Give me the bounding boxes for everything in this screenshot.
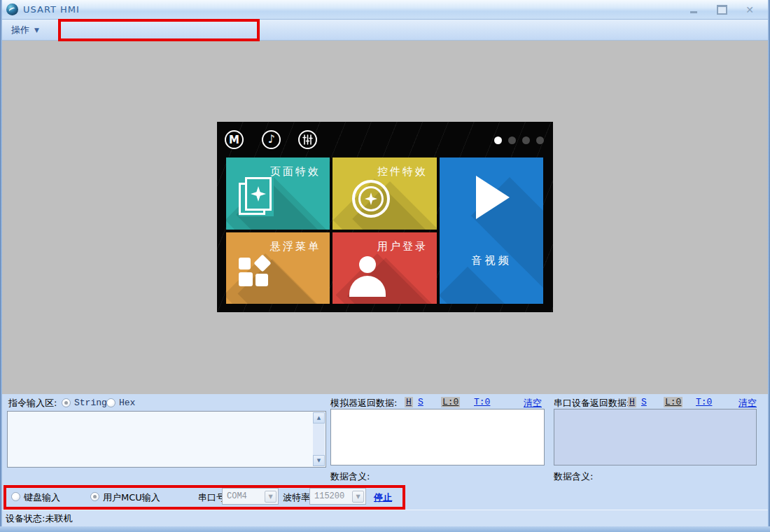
scroll-up-icon[interactable]: ▲: [313, 412, 325, 424]
baud-rate-value: 115200: [310, 491, 352, 501]
tile-label: 页面特效: [270, 165, 321, 178]
window-frame: [0, 0, 2, 532]
tile-float-menu[interactable]: 悬浮菜单: [226, 232, 330, 304]
window-frame: [0, 526, 770, 532]
operation-menu-label: 操作: [11, 24, 29, 36]
serial-link-time[interactable]: T:0: [696, 397, 712, 407]
sim-link-length[interactable]: L:0: [441, 397, 460, 407]
sim-clear-link[interactable]: 清空: [524, 397, 542, 410]
maximize-icon[interactable]: [713, 4, 731, 15]
play-icon: [476, 176, 510, 219]
device-status-text: 设备状态:未联机: [6, 512, 72, 525]
title-bar: USART HMI ✕: [0, 0, 770, 20]
radio-string-label[interactable]: String: [74, 398, 107, 408]
simulator-return-label: 模拟器返回数据:: [330, 397, 397, 410]
radio-hex-label[interactable]: Hex: [119, 398, 135, 408]
radio-keyboard-input[interactable]: [11, 492, 20, 501]
minimize-icon[interactable]: [685, 4, 703, 15]
scrollbar[interactable]: ▲ ▼: [313, 412, 325, 466]
tile-label: 音视频: [440, 254, 543, 267]
app-window: USART HMI ✕ 操作 ▼ 指令发送到: 当前模拟器 ▼ [背光:100 …: [0, 0, 770, 532]
note-glyph: ♪: [267, 132, 274, 146]
serial-meaning-label: 数据含义:: [554, 470, 593, 483]
command-input-textarea[interactable]: ▲ ▼: [7, 411, 326, 468]
radio-mcu-input[interactable]: [90, 492, 99, 501]
simulator-return-textarea[interactable]: [330, 409, 545, 465]
serial-return-label: 串口设备返回数据:: [554, 397, 629, 410]
tiles-grid-icon: [239, 258, 274, 293]
com-port-value: COM4: [223, 491, 265, 501]
window-controls: ✕: [685, 4, 770, 15]
page-dot[interactable]: [536, 136, 544, 144]
input-area-label: 指令输入区:: [8, 397, 57, 410]
serial-return-textarea[interactable]: [554, 409, 757, 465]
chevron-down-icon: ▼: [265, 491, 276, 503]
window-title: USART HMI: [23, 4, 80, 15]
equalizer-icon[interactable]: [298, 130, 317, 149]
monogram-letter: M: [229, 134, 239, 146]
chevron-down-icon: ▼: [34, 27, 39, 34]
baud-rate-label: 波特率: [283, 491, 310, 504]
stop-link[interactable]: 停止: [374, 491, 392, 504]
status-bar: [2, 510, 768, 526]
chevron-down-icon: ▼: [352, 491, 364, 503]
pages-star-icon: [239, 177, 274, 216]
sim-meaning-label: 数据含义:: [330, 470, 370, 483]
serial-clear-link[interactable]: 清空: [738, 397, 757, 410]
close-icon[interactable]: ✕: [741, 4, 759, 15]
radio-mcu-label[interactable]: 用户MCU输入: [103, 491, 160, 504]
radio-hex[interactable]: [106, 398, 115, 407]
toolbar: 操作 ▼: [0, 20, 770, 41]
tile-label: 控件特效: [377, 165, 428, 178]
app-logo-icon: [6, 4, 18, 15]
tile-label: 悬浮菜单: [270, 240, 321, 253]
tile-audio-video[interactable]: 音视频: [440, 158, 543, 304]
serial-link-string[interactable]: S: [641, 397, 647, 407]
hmi-screen: M ♪ 页面特效: [217, 122, 553, 312]
serial-link-hex[interactable]: H: [628, 397, 636, 407]
tile-user-login[interactable]: 用户登录: [332, 232, 437, 304]
page-indicator: [494, 136, 544, 144]
coin-star-icon: [352, 180, 390, 218]
monogram-m-icon[interactable]: M: [225, 130, 244, 149]
radio-string[interactable]: [62, 398, 71, 407]
sim-link-string[interactable]: S: [418, 397, 424, 407]
baud-rate-select[interactable]: 115200 ▼: [309, 488, 366, 505]
scroll-down-icon[interactable]: ▼: [313, 455, 325, 466]
music-note-icon[interactable]: ♪: [262, 130, 281, 149]
sim-link-hex[interactable]: H: [405, 397, 413, 407]
tile-page-effects[interactable]: 页面特效: [226, 158, 330, 230]
equalizer-glyph: [302, 134, 313, 145]
serial-link-length[interactable]: L:0: [664, 397, 682, 407]
operation-menu-button[interactable]: 操作 ▼: [7, 22, 43, 38]
com-port-select[interactable]: COM4 ▼: [222, 488, 279, 505]
page-dot[interactable]: [522, 136, 530, 144]
tile-label: 用户登录: [377, 240, 428, 253]
tile-widget-effects[interactable]: 控件特效: [332, 158, 437, 230]
page-dot-active[interactable]: [494, 136, 502, 144]
sim-link-time[interactable]: T:0: [474, 397, 490, 407]
person-icon: [349, 256, 386, 297]
radio-keyboard-label[interactable]: 键盘输入: [24, 491, 60, 504]
page-dot[interactable]: [508, 136, 516, 144]
